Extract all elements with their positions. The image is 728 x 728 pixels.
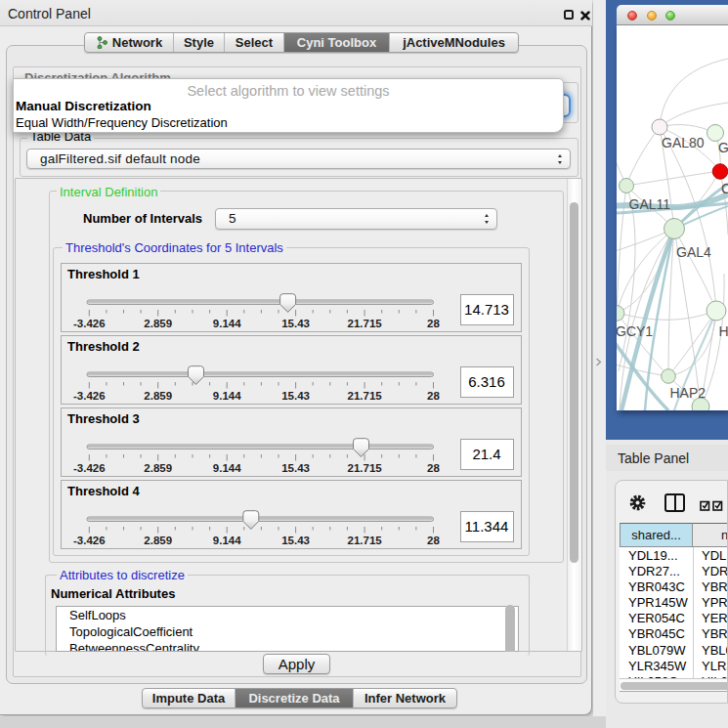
svg-text:-3.426: -3.426 bbox=[73, 317, 106, 328]
svg-text:9.144: 9.144 bbox=[213, 389, 241, 401]
svg-text:28: 28 bbox=[427, 389, 440, 401]
svg-text:21.715: 21.715 bbox=[348, 317, 383, 328]
svg-text:GCY1: GCY1 bbox=[617, 323, 653, 339]
svg-text:15.43: 15.43 bbox=[281, 389, 310, 401]
svg-text:2.859: 2.859 bbox=[144, 534, 172, 545]
svg-text:GA: GA bbox=[718, 140, 728, 155]
svg-text:GAL11: GAL11 bbox=[629, 196, 671, 212]
svg-text:GAL4: GAL4 bbox=[676, 244, 711, 260]
svg-text:9.144: 9.144 bbox=[213, 534, 241, 545]
svg-text:2.859: 2.859 bbox=[144, 389, 172, 401]
svg-text:C: C bbox=[721, 181, 728, 196]
svg-text:28: 28 bbox=[427, 317, 440, 328]
svg-text:HAP2: HAP2 bbox=[670, 385, 707, 401]
svg-text:9.144: 9.144 bbox=[213, 461, 241, 473]
svg-text:-3.426: -3.426 bbox=[73, 389, 106, 401]
svg-text:21.715: 21.715 bbox=[348, 389, 383, 401]
svg-text:28: 28 bbox=[427, 534, 440, 545]
svg-text:15.43: 15.43 bbox=[281, 317, 310, 328]
svg-text:28: 28 bbox=[427, 461, 440, 473]
svg-text:21.715: 21.715 bbox=[348, 534, 383, 545]
svg-text:21.715: 21.715 bbox=[348, 461, 383, 473]
svg-text:15.43: 15.43 bbox=[281, 461, 310, 473]
svg-text:15.43: 15.43 bbox=[281, 534, 310, 545]
svg-text:-3.426: -3.426 bbox=[73, 461, 106, 473]
svg-text:GAL80: GAL80 bbox=[662, 135, 705, 150]
svg-text:2.859: 2.859 bbox=[144, 461, 172, 473]
svg-text:2.859: 2.859 bbox=[144, 317, 172, 328]
svg-text:-3.426: -3.426 bbox=[73, 534, 106, 545]
svg-text:H: H bbox=[719, 323, 728, 339]
svg-text:9.144: 9.144 bbox=[213, 317, 241, 328]
